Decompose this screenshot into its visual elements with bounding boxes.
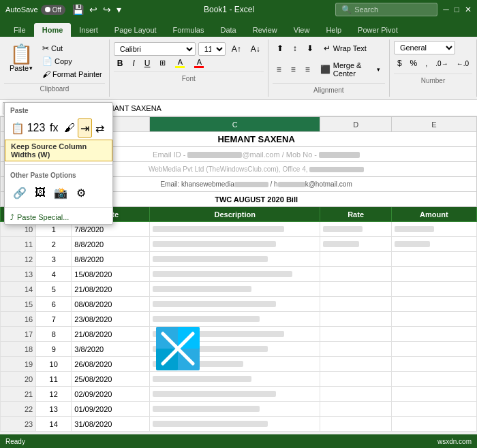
paste-dropdown: Paste 📋 123 fx 🖌 ⇥ ⇄ Keep Source Column … xyxy=(4,102,113,225)
formula-input[interactable] xyxy=(96,103,474,114)
tab-page-layout[interactable]: Page Layout xyxy=(106,23,165,37)
save-icon[interactable]: 💾 xyxy=(71,4,85,15)
wsxdn-label: wsxdn.com xyxy=(437,438,472,445)
col-c-header[interactable]: C xyxy=(150,117,320,132)
tab-formulas[interactable]: Formulas xyxy=(165,23,213,37)
paste-option-8[interactable]: 🖼 xyxy=(31,183,50,202)
fill-color-icon: A xyxy=(178,58,183,66)
align-right-button[interactable]: ≡ xyxy=(301,59,314,80)
clipboard-group-content: 📋 Paste ▾ ✂ Cut 📄 Copy 🖌 Format Painter xyxy=(4,42,105,82)
merge-icon: ⬛ xyxy=(320,65,330,74)
alignment-row1: ⬆ ↕ ⬇ ↵ Wrap Text xyxy=(273,41,385,56)
merge-center-label: Merge & Center xyxy=(333,61,374,78)
tab-power-pivot[interactable]: Power Pivot xyxy=(350,23,406,37)
paste-special-link[interactable]: ⤴ Paste Special... xyxy=(5,210,112,224)
minimize-button[interactable]: ─ xyxy=(443,5,449,14)
close-button[interactable]: ✕ xyxy=(465,5,472,14)
font-row1: Calibri 11 A↑ A↓ xyxy=(114,42,264,56)
title-bar-left: AutoSave Off 💾 ↩ ↪ ▾ xyxy=(5,4,123,15)
paste-option-2[interactable]: 123 xyxy=(27,118,46,138)
table-row: 13 4 15/08/2020 xyxy=(1,267,477,282)
font-color-button[interactable]: A xyxy=(191,56,207,70)
cut-button[interactable]: ✂ Cut xyxy=(40,42,105,54)
window-title: Book1 - Excel xyxy=(204,5,254,14)
align-left-button[interactable]: ≡ xyxy=(273,59,286,80)
format-painter-button[interactable]: 🖌 Format Painter xyxy=(40,68,105,80)
font-size-select[interactable]: 11 xyxy=(198,42,226,56)
paste-option-5-keep-col-widths[interactable]: ⇥ xyxy=(78,118,92,138)
paste-tooltip: Keep Source Column Widths (W) xyxy=(5,140,112,161)
table-row: 12 3 8/8/2020 xyxy=(1,252,477,267)
paste-dropdown-arrow[interactable]: ▾ xyxy=(29,65,33,71)
table-row: 20 11 25/08/2020 xyxy=(1,372,477,387)
col-d-header[interactable]: D xyxy=(320,117,391,132)
paste-option-4[interactable]: 🖌 xyxy=(63,118,77,138)
paste-options-row2: 🔗 🖼 📸 ⚙ xyxy=(5,181,112,204)
clipboard-small-buttons: ✂ Cut 📄 Copy 🖌 Format Painter xyxy=(40,42,105,80)
paste-option-7[interactable]: 🔗 xyxy=(10,183,29,202)
toggle-off-indicator xyxy=(45,7,50,12)
align-center-button[interactable]: ≡ xyxy=(287,59,300,80)
paste-button[interactable]: 📋 Paste ▾ xyxy=(4,42,38,75)
italic-button[interactable]: I xyxy=(129,57,138,70)
tab-data[interactable]: Data xyxy=(212,23,244,37)
underline-button[interactable]: U xyxy=(141,57,154,70)
align-middle-button[interactable]: ↕ xyxy=(289,41,301,56)
currency-button[interactable]: $ xyxy=(394,57,405,70)
autosave-toggle[interactable]: Off xyxy=(41,5,65,15)
title-bar: AutoSave Off 💾 ↩ ↪ ▾ Book1 - Excel 🔍 ─ □… xyxy=(0,0,477,19)
decrease-decimal-button[interactable]: ←.0 xyxy=(453,57,472,70)
copy-button[interactable]: 📄 Copy xyxy=(40,55,105,67)
decrease-font-button[interactable]: A↓ xyxy=(247,42,264,56)
paste-options-row1: 📋 123 fx 🖌 ⇥ ⇄ xyxy=(5,116,112,140)
wrap-text-label: Wrap Text xyxy=(333,44,367,52)
redo-icon[interactable]: ↪ xyxy=(102,4,112,15)
number-format-select[interactable]: General xyxy=(394,41,455,54)
paste-special-icon: ⤴ xyxy=(10,213,14,221)
autosave-state: Off xyxy=(52,6,61,14)
font-name-select[interactable]: Calibri xyxy=(114,42,196,56)
tab-home[interactable]: Home xyxy=(34,23,72,37)
number-group: General $ % , .0→ ←.0 Number xyxy=(390,39,477,97)
font-row2: B I U ⊞ A A xyxy=(114,56,264,70)
paste-option-1[interactable]: 📋 xyxy=(10,118,25,138)
comma-button[interactable]: , xyxy=(422,57,431,70)
tab-view[interactable]: View xyxy=(286,23,318,37)
maximize-button[interactable]: □ xyxy=(455,5,459,14)
percent-button[interactable]: % xyxy=(407,57,421,70)
quick-access-toolbar: 💾 ↩ ↪ ▾ xyxy=(71,4,123,15)
align-bottom-button[interactable]: ⬇ xyxy=(303,41,318,56)
number-group-label: Number xyxy=(394,74,472,86)
tab-file[interactable]: File xyxy=(5,23,34,37)
align-top-button[interactable]: ⬆ xyxy=(273,41,288,56)
paste-icon: 📋 xyxy=(10,45,33,64)
merge-arrow-icon[interactable]: ▾ xyxy=(377,66,380,73)
search-input[interactable] xyxy=(354,5,429,14)
col-header-rate: Rate xyxy=(320,207,391,222)
search-box[interactable]: 🔍 xyxy=(335,3,437,16)
paste-option-10[interactable]: ⚙ xyxy=(72,183,91,202)
tab-help[interactable]: Help xyxy=(318,23,350,37)
col-header-desc: Description xyxy=(150,207,320,222)
number-format-row: General xyxy=(394,41,472,54)
tab-insert[interactable]: Insert xyxy=(71,23,106,37)
merge-center-button[interactable]: ⬛ Merge & Center ▾ xyxy=(316,59,385,80)
tab-review[interactable]: Review xyxy=(245,23,286,37)
border-button[interactable]: ⊞ xyxy=(156,57,169,69)
alignment-group: ⬆ ↕ ⬇ ↵ Wrap Text ≡ ≡ ≡ ⬛ Merge & Center… xyxy=(268,39,390,97)
table-row: 23 14 31/08/2020 xyxy=(1,417,477,432)
alignment-row2: ≡ ≡ ≡ ⬛ Merge & Center ▾ xyxy=(273,59,385,80)
paste-option-3[interactable]: fx xyxy=(47,118,61,138)
bold-button[interactable]: B xyxy=(114,57,127,70)
wrap-text-button[interactable]: ↵ Wrap Text xyxy=(319,41,371,56)
customize-icon[interactable]: ▾ xyxy=(115,4,123,15)
col-e-header[interactable]: E xyxy=(391,117,476,132)
paste-option-6[interactable]: ⇄ xyxy=(93,118,108,138)
increase-decimal-button[interactable]: .0→ xyxy=(432,57,451,70)
increase-font-button[interactable]: A↑ xyxy=(228,42,245,56)
paste-option-9[interactable]: 📸 xyxy=(51,183,70,202)
undo-icon[interactable]: ↩ xyxy=(88,4,99,15)
clipboard-group-label: Clipboard xyxy=(4,83,105,94)
fill-color-button[interactable]: A xyxy=(172,56,188,70)
cut-icon: ✂ xyxy=(42,44,49,53)
